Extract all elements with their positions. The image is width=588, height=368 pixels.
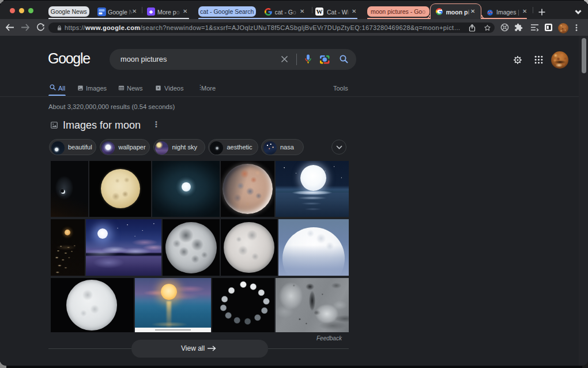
svg-text:W: W — [316, 8, 323, 15]
